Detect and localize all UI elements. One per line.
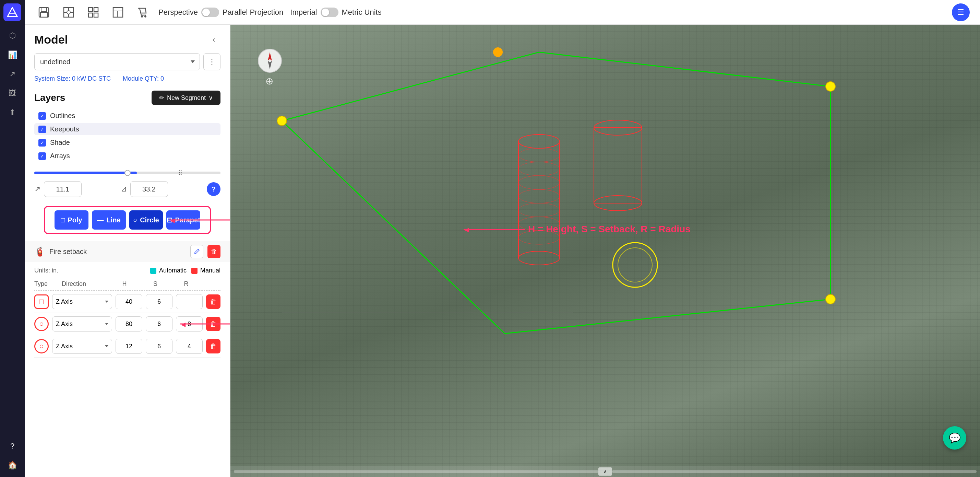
app-sidebar: ⬡ 📊 ↗ 🖼 ⬆ ? 🏠 <box>0 0 25 477</box>
line-icon: — <box>97 216 104 224</box>
circle-label: Circle <box>140 216 159 224</box>
circle-icon: ○ <box>133 216 137 224</box>
s-input-3[interactable] <box>146 339 172 354</box>
fire-setback-edit-button[interactable] <box>190 245 203 258</box>
delete-row-3-button[interactable]: 🗑 <box>206 339 221 353</box>
imperial-label: Imperial <box>290 8 317 17</box>
bottom-scrollbar[interactable]: ∧ <box>231 466 980 477</box>
layer-outlines[interactable]: ✓ Outlines <box>34 110 221 122</box>
line-button[interactable]: — Line <box>92 211 126 230</box>
svg-rect-15 <box>113 8 123 17</box>
h-input-2[interactable] <box>116 316 142 332</box>
viewport-menu-button[interactable]: ☰ <box>952 3 970 21</box>
imperial-toggle[interactable] <box>321 8 339 17</box>
layer-shade[interactable]: ✓ Shade <box>34 137 221 148</box>
delete-row-1-button[interactable]: 🗑 <box>206 294 221 309</box>
help-button[interactable]: ? <box>207 182 221 196</box>
azimuth-icon: ↗ <box>34 185 40 193</box>
slider-dots: ⠿ <box>178 169 183 177</box>
chat-button[interactable]: 💬 <box>943 426 966 450</box>
roof-background <box>231 25 980 477</box>
poly-button[interactable]: □ Poly <box>54 211 89 230</box>
layers-section: Layers ✏ New Segment ∨ ✓ Outlines ✓ Keep… <box>25 87 230 167</box>
s-input-2[interactable] <box>146 316 172 332</box>
h-input-1[interactable] <box>116 294 142 309</box>
tilt-group: ⊿ <box>121 181 202 197</box>
nav-icon-share[interactable]: ↗ <box>4 66 21 82</box>
grid-button[interactable] <box>84 3 102 21</box>
svg-rect-13 <box>89 13 92 17</box>
outlines-checkbox[interactable]: ✓ <box>38 112 46 120</box>
hsr-annotation-text: H = Height, S = Setback, R = Radius <box>528 224 690 235</box>
panel-title: Model <box>34 33 68 46</box>
units-row: Units: in. Automatic Manual <box>25 263 230 278</box>
svg-rect-3 <box>41 8 47 11</box>
nav-icon-gallery[interactable]: 🖼 <box>4 85 21 102</box>
line-label: Line <box>107 216 121 224</box>
nav-icon-home[interactable]: 🏠 <box>4 457 21 474</box>
imperial-toggle-group: Imperial Metric Units <box>290 8 381 17</box>
save-button[interactable] <box>35 3 53 21</box>
more-options-button[interactable]: ⋮ <box>203 53 221 70</box>
left-panel: Model ‹ undefined ⋮ System Size: 0 kW DC… <box>25 25 231 477</box>
scroll-up-button[interactable]: ∧ <box>598 467 612 475</box>
azimuth-input[interactable] <box>44 181 82 197</box>
new-segment-button[interactable]: ✏ New Segment ∨ <box>151 91 221 105</box>
poly-label: Poly <box>68 216 82 224</box>
nav-icon-chart[interactable]: 📊 <box>4 47 21 63</box>
keepouts-label: Keepouts <box>50 125 79 133</box>
h-input-3[interactable] <box>116 339 142 354</box>
fire-setback-label: Fire setback <box>49 248 186 256</box>
table-row: □ Z Axis 🗑 <box>34 291 221 313</box>
hsr-arrow-line: ◄ <box>464 229 525 230</box>
tilt-input[interactable] <box>130 181 168 197</box>
svg-point-18 <box>141 16 143 18</box>
col-s-header: S <box>142 280 169 287</box>
shade-checkbox[interactable]: ✓ <box>38 139 46 147</box>
r-input-3[interactable] <box>176 339 203 354</box>
layer-arrays[interactable]: ✓ Arrays <box>34 150 221 162</box>
table-button[interactable] <box>109 3 127 21</box>
nav-icon-cube[interactable]: ⬡ <box>4 27 21 44</box>
angle-row: ↗ ⊿ ? <box>25 178 230 200</box>
perspective-toggle[interactable] <box>201 8 219 17</box>
scroll-track-right <box>612 470 977 473</box>
arrays-checkbox[interactable]: ✓ <box>38 152 46 160</box>
keepouts-checkbox[interactable]: ✓ <box>38 126 46 133</box>
svg-rect-12 <box>94 8 98 12</box>
automatic-legend: Automatic <box>150 267 186 274</box>
hsr-arrow-head: ◄ <box>463 225 471 235</box>
svg-rect-14 <box>94 13 98 17</box>
col-type-header: Type <box>34 280 51 287</box>
azimuth-group: ↗ <box>34 181 116 197</box>
direction-select-2[interactable]: Z Axis <box>52 316 112 332</box>
app-logo[interactable] <box>3 3 21 21</box>
manual-label: Manual <box>200 267 221 274</box>
row-icon-circle-1: ○ <box>34 317 49 331</box>
direction-select-3[interactable]: Z Axis <box>52 339 112 354</box>
frame-button[interactable] <box>60 3 78 21</box>
compass-circle <box>258 49 282 73</box>
col-direction-header: Direction <box>55 280 107 287</box>
nav-icon-upload[interactable]: ⬆ <box>4 104 21 121</box>
automatic-color-dot <box>150 268 156 274</box>
fire-setback-delete-button[interactable]: 🗑 <box>207 245 221 258</box>
shade-label: Shade <box>50 139 70 147</box>
direction-select-1[interactable]: Z Axis <box>52 294 112 309</box>
nav-icon-help[interactable]: ? <box>4 438 21 455</box>
main-container: Perspective Parallel Projection Imperial… <box>25 0 980 477</box>
slider-handle[interactable] <box>124 170 130 176</box>
outlines-label: Outlines <box>50 112 75 120</box>
circle-button[interactable]: ○ Circle <box>129 211 163 230</box>
cart-button[interactable] <box>134 3 151 21</box>
fire-setback-row: 🧯 Fire setback 🗑 <box>25 241 230 262</box>
keepout-annotation: ◄ Keepout shapes <box>169 215 231 225</box>
col-r-header: R <box>172 280 200 287</box>
hsr-arrow-row: ◄ H = Height, S = Setback, R = Radius <box>464 224 690 235</box>
project-dropdown[interactable]: undefined <box>34 53 200 70</box>
s-input-1[interactable] <box>146 294 172 309</box>
svg-rect-11 <box>89 8 92 12</box>
r-input-1[interactable] <box>176 294 203 309</box>
collapse-button[interactable]: ‹ <box>207 33 221 46</box>
layer-keepouts[interactable]: ✓ Keepouts <box>34 123 221 135</box>
